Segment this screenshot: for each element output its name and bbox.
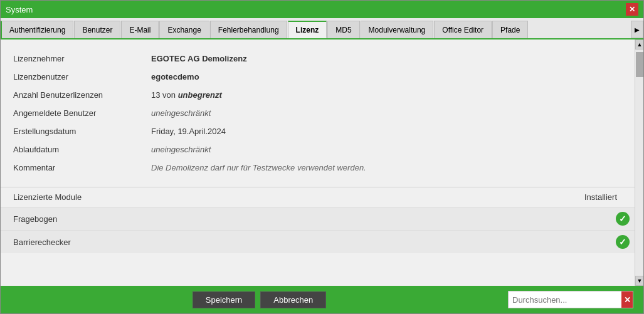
tab-office-editor[interactable]: Office Editor xyxy=(434,21,492,38)
module-row-fragebogen: Fragebogen ✓ xyxy=(1,207,635,230)
label-erstellung: Erstellungsdatum xyxy=(13,127,151,136)
value-lizenzbenutzer: egotecdemo xyxy=(151,72,199,81)
field-kommentar: Kommentar Die Demolizenz darf nur für Te… xyxy=(13,159,622,177)
tab-fehlerbehandlung[interactable]: Fehlerbehandlung xyxy=(210,21,287,38)
label-angemeldet: Angemeldete Benutzer xyxy=(13,108,151,118)
system-window: System ✕ Authentifizierung Benutzer E-Ma… xyxy=(0,0,644,314)
tab-exchange[interactable]: Exchange xyxy=(159,21,209,38)
label-lizenznehmer: Lizenznehmer xyxy=(13,54,151,63)
separator xyxy=(13,177,622,187)
tab-authentifizierung[interactable]: Authentifizierung xyxy=(1,21,73,38)
label-ablauf: Ablaufdatum xyxy=(13,145,151,154)
label-kommentar: Kommentar xyxy=(13,163,151,172)
tab-modulverwaltung[interactable]: Modulverwaltung xyxy=(361,21,434,38)
field-ablauf: Ablaufdatum uneingeschränkt xyxy=(13,140,622,159)
value-anzahl-bold: unbegrenzt xyxy=(178,90,222,100)
tab-pfade[interactable]: Pfade xyxy=(492,21,528,38)
field-anzahl: Anzahl Benutzerlizenzen 13 von unbegrenz… xyxy=(13,86,622,104)
value-angemeldet: uneingeschränkt xyxy=(151,108,211,118)
tab-email[interactable]: E-Mail xyxy=(121,21,159,38)
field-lizenznehmer: Lizenznehmer EGOTEC AG Demolizenz xyxy=(13,50,622,68)
save-button[interactable]: Speichern xyxy=(193,291,256,308)
value-kommentar: Die Demolizenz darf nur für Testzwecke v… xyxy=(151,163,366,172)
footer-buttons: Speichern Abbrechen xyxy=(11,291,508,308)
tab-lizenz[interactable]: Lizenz xyxy=(288,21,327,38)
field-lizenzbenutzer: Lizenzbenutzer egotecdemo xyxy=(13,68,622,86)
value-anzahl-text: 13 von xyxy=(151,90,178,100)
scrollbar-thumb[interactable] xyxy=(636,52,643,77)
search-clear-button[interactable]: ✕ xyxy=(621,291,633,308)
main-content: Lizenznehmer EGOTEC AG Demolizenz Lizenz… xyxy=(1,39,635,286)
field-angemeldet: Angemeldete Benutzer uneingeschränkt xyxy=(13,104,622,122)
value-anzahl: 13 von unbegrenzt xyxy=(151,90,222,100)
module-name-fragebogen: Fragebogen xyxy=(13,214,57,224)
module-installed-icon-barrierechecker: ✓ xyxy=(616,235,630,249)
tab-bar: Authentifizierung Benutzer E-Mail Exchan… xyxy=(1,18,643,39)
module-row-barrierechecker: Barrierechecker ✓ xyxy=(1,230,635,253)
tab-scroll-button[interactable]: ▶ xyxy=(631,21,643,38)
close-button[interactable]: ✕ xyxy=(626,3,638,16)
scrollbar-track: ▲ ▼ xyxy=(635,39,643,286)
module-installed-icon-fragebogen: ✓ xyxy=(616,212,630,226)
scrollbar-up-button[interactable]: ▲ xyxy=(635,39,643,50)
cancel-button[interactable]: Abbrechen xyxy=(260,291,326,308)
modules-section-label: Lizenzierte Module xyxy=(13,192,82,202)
label-anzahl: Anzahl Benutzerlizenzen xyxy=(13,90,151,100)
search-box: ✕ xyxy=(508,291,633,308)
footer: Speichern Abbrechen ✕ xyxy=(1,286,643,313)
module-name-barrierechecker: Barrierechecker xyxy=(13,238,71,247)
value-lizenznehmer: EGOTEC AG Demolizenz xyxy=(151,54,247,63)
tab-md5[interactable]: MD5 xyxy=(327,21,359,38)
modules-header: Lizenzierte Module Installiert xyxy=(1,187,635,207)
field-erstellung: Erstellungsdatum Friday, 19.April.2024 xyxy=(13,122,622,140)
label-lizenzbenutzer: Lizenzbenutzer xyxy=(13,72,151,81)
modules-section-installed: Installiert xyxy=(584,192,622,202)
value-erstellung: Friday, 19.April.2024 xyxy=(151,127,226,136)
search-input[interactable] xyxy=(509,291,621,308)
content-wrapper: Lizenznehmer EGOTEC AG Demolizenz Lizenz… xyxy=(1,39,643,286)
scrollbar-down-button[interactable]: ▼ xyxy=(635,276,643,286)
window-title: System xyxy=(6,5,33,14)
tab-benutzer[interactable]: Benutzer xyxy=(74,21,120,38)
value-ablauf: uneingeschränkt xyxy=(151,145,211,154)
title-bar: System ✕ xyxy=(1,1,643,18)
